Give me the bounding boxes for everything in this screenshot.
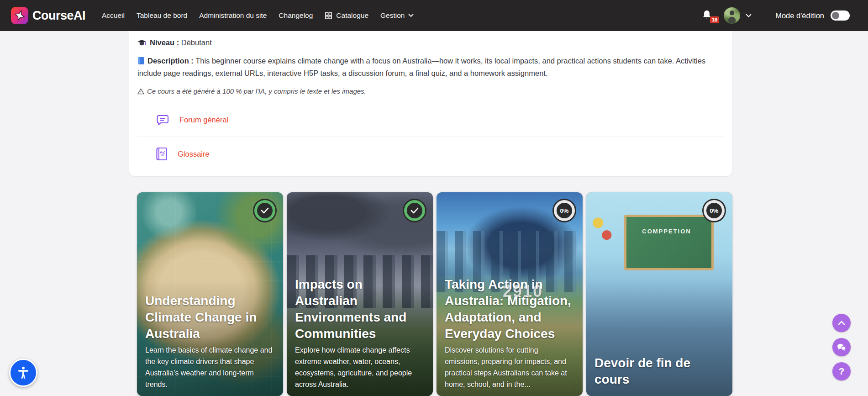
brand[interactable]: CourseAI [11, 7, 85, 24]
warning-icon [137, 88, 144, 95]
brand-name: CourseAI [32, 9, 85, 23]
nav-catalogue[interactable]: Catalogue [325, 11, 368, 20]
completion-badge-check [403, 199, 426, 222]
avatar[interactable] [724, 7, 740, 24]
card-text: Understanding Climate Change in Australi… [137, 293, 283, 396]
check-icon [261, 207, 269, 214]
toggle-knob [832, 12, 839, 19]
grid-icon [325, 12, 332, 20]
course-summary-panel: Niveau : Débutant Description : This beg… [129, 31, 732, 177]
nav-administration-label: Administration du site [199, 11, 267, 20]
section-title: Impacts on Australian Environments and C… [295, 276, 425, 342]
glossary-icon: AZ [156, 147, 168, 161]
forum-icon [156, 113, 169, 127]
section-description: Explore how climate change affects extre… [295, 344, 425, 390]
section-description: Discover solutions for cutting emissions… [445, 344, 574, 390]
section-card-devoir[interactable]: COMPPETION 0% Devoir de fin de cours [586, 192, 732, 396]
course-level-text: Niveau : Débutant [150, 38, 212, 47]
check-icon [410, 207, 419, 214]
main-navigation: Accueil Tableau de bord Administration d… [102, 11, 414, 20]
chat-button[interactable] [832, 338, 851, 356]
nav-accueil-label: Accueil [102, 11, 125, 20]
graduation-cap-icon [137, 39, 146, 47]
notification-count-badge: 18 [710, 16, 719, 23]
card-text: Impacts on Australian Environments and C… [287, 276, 433, 396]
section-title: Devoir de fin de cours [594, 355, 724, 388]
scroll-to-top-button[interactable] [832, 314, 851, 332]
user-menu-chevron-icon[interactable] [746, 14, 752, 18]
card-text: Devoir de fin de cours [586, 355, 732, 396]
notifications-button[interactable]: 18 [702, 10, 714, 21]
edit-mode-label: Mode d'édition [775, 11, 824, 20]
section-card-taking-action[interactable]: 2910 0% Taking Action in Australia: Miti… [437, 192, 583, 396]
section-title: Taking Action in Australia: Mitigation, … [445, 276, 574, 342]
nav-changelog[interactable]: Changelog [279, 11, 313, 20]
course-sections: Understanding Climate Change in Australi… [137, 192, 732, 396]
progress-badge-0: 0% [552, 199, 576, 222]
glossary-link[interactable]: Glossaire [178, 150, 210, 158]
nav-tableau-de-bord[interactable]: Tableau de bord [137, 11, 187, 20]
level-label: Niveau : [150, 38, 179, 47]
progress-percent: 0% [710, 207, 719, 214]
ai-notice-text: Ce cours a été généré à 100 % par l'IA, … [147, 87, 366, 95]
nav-administration-du-site[interactable]: Administration du site [199, 11, 267, 20]
course-level-row: Niveau : Débutant [137, 38, 724, 47]
blue-book-icon [137, 57, 145, 65]
header-right: 18 Mode d'édition [702, 7, 868, 24]
accessibility-icon [16, 365, 31, 380]
activity-forum: Forum général [137, 103, 724, 137]
level-value: Débutant [181, 38, 212, 47]
nav-catalogue-label: Catalogue [336, 11, 368, 20]
completion-badge-check [253, 199, 277, 222]
ai-generated-notice: Ce cours a été généré à 100 % par l'IA, … [137, 87, 724, 95]
progress-badge-0: 0% [702, 199, 726, 222]
forum-link[interactable]: Forum général [179, 116, 228, 124]
top-navbar: CourseAI Accueil Tableau de bord Adminis… [0, 0, 868, 31]
section-title: Understanding Climate Change in Australi… [145, 293, 275, 342]
nav-changelog-label: Changelog [279, 11, 313, 20]
card-text: Taking Action in Australia: Mitigation, … [437, 276, 583, 396]
accessibility-button[interactable] [9, 359, 37, 387]
nav-gestion[interactable]: Gestion [380, 11, 414, 20]
activity-glossary: AZ Glossaire [137, 137, 724, 171]
nav-accueil[interactable]: Accueil [102, 11, 125, 20]
description-label: Description : [147, 57, 194, 65]
chevron-down-icon [408, 14, 414, 17]
chevron-up-icon [838, 321, 845, 325]
description-text: This beginner course explains climate ch… [137, 57, 705, 77]
course-description: Description : This beginner course expla… [137, 55, 724, 79]
nav-tableau-label: Tableau de bord [137, 11, 187, 20]
help-button[interactable]: ? [832, 362, 851, 380]
courseai-logo-icon [11, 7, 28, 24]
edit-mode-toggle[interactable] [831, 11, 850, 21]
progress-percent: 0% [560, 207, 569, 214]
section-card-impacts[interactable]: Impacts on Australian Environments and C… [287, 192, 433, 396]
section-card-understanding[interactable]: Understanding Climate Change in Australi… [137, 192, 283, 396]
section-description: Learn the basics of climate change and t… [145, 344, 275, 390]
help-icon: ? [839, 366, 845, 377]
nav-gestion-label: Gestion [380, 11, 405, 20]
chat-icon [836, 343, 847, 351]
glossary-icon-text: AZ [160, 150, 165, 154]
